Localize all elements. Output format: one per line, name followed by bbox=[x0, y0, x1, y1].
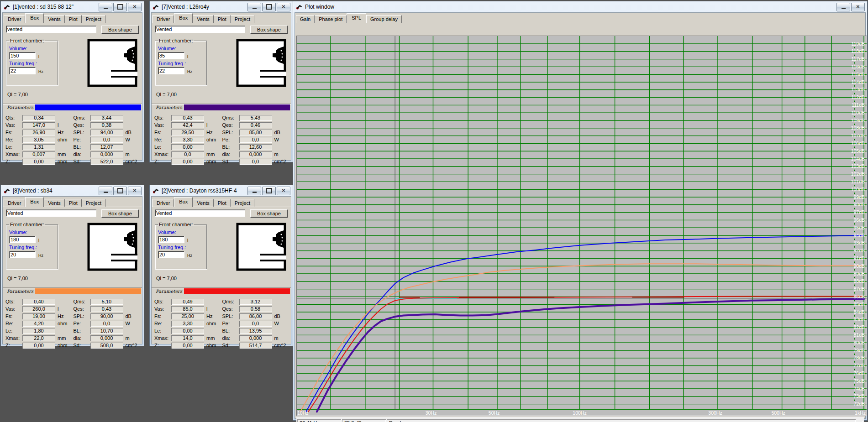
tab-project[interactable]: Project bbox=[231, 199, 254, 207]
volume-input[interactable]: 150 bbox=[9, 52, 36, 59]
param-value-field[interactable]: 0,0 bbox=[239, 321, 272, 327]
param-value-field[interactable]: 514,7 bbox=[239, 343, 272, 349]
param-value-field[interactable]: 5,10 bbox=[90, 299, 123, 305]
param-value-field[interactable]: 147,0 bbox=[22, 122, 55, 128]
param-value-field[interactable]: 42,4 bbox=[171, 122, 204, 128]
close-button[interactable]: ✕ bbox=[851, 3, 865, 11]
maximize-button[interactable] bbox=[113, 3, 127, 11]
param-value-field[interactable]: 3,12 bbox=[239, 299, 272, 305]
param-value-field[interactable]: 0,43 bbox=[90, 306, 123, 312]
close-button[interactable]: ✕ bbox=[277, 187, 290, 195]
minimize-button[interactable] bbox=[247, 187, 261, 195]
param-value-field[interactable]: 19,00 bbox=[22, 313, 55, 319]
box-shape-button[interactable]: Box shape bbox=[101, 209, 139, 218]
tab-plot[interactable]: Plot bbox=[214, 15, 231, 23]
close-button[interactable]: ✕ bbox=[277, 3, 290, 11]
minimize-button[interactable] bbox=[247, 3, 261, 11]
param-value-field[interactable]: 508,0 bbox=[90, 343, 123, 349]
param-value-field[interactable]: 0,007 bbox=[22, 151, 55, 157]
param-value-field[interactable]: 4,20 bbox=[22, 321, 55, 327]
tab-box[interactable]: Box bbox=[174, 13, 193, 23]
tab-plot[interactable]: Plot bbox=[65, 15, 82, 23]
tuning-freq-input[interactable]: 20 bbox=[9, 251, 36, 258]
param-value-field[interactable]: 12,60 bbox=[239, 144, 272, 150]
tab-box[interactable]: Box bbox=[25, 13, 44, 23]
tab-driver[interactable]: Driver bbox=[4, 199, 25, 207]
minimize-button[interactable] bbox=[836, 3, 850, 11]
param-value-field[interactable]: 86,00 bbox=[239, 313, 272, 319]
param-value-field[interactable]: 29,50 bbox=[171, 130, 204, 135]
box-type-input[interactable]: Vented bbox=[155, 209, 245, 217]
tuning-freq-input[interactable]: 22 bbox=[158, 67, 184, 74]
tuning-freq-input[interactable]: 22 bbox=[9, 67, 36, 74]
titlebar[interactable]: Plot window ✕ bbox=[293, 1, 867, 12]
param-value-field[interactable]: 0,0 bbox=[90, 137, 123, 143]
volume-input[interactable]: 180 bbox=[9, 236, 36, 243]
param-value-field[interactable]: 260,0 bbox=[22, 306, 55, 312]
tab-phase-plot[interactable]: Phase plot bbox=[315, 15, 347, 23]
maximize-button[interactable] bbox=[262, 187, 276, 195]
tab-box[interactable]: Box bbox=[25, 197, 44, 207]
param-value-field[interactable]: 0,38 bbox=[90, 122, 123, 128]
tab-driver[interactable]: Driver bbox=[153, 199, 174, 207]
param-value-field[interactable]: 0,000 bbox=[239, 151, 272, 157]
param-value-field[interactable]: 0,00 bbox=[171, 328, 204, 334]
tuning-freq-input[interactable]: 20 bbox=[158, 251, 184, 258]
titlebar[interactable]: [7]Vented : L26ro4y ✕ bbox=[150, 1, 293, 12]
titlebar[interactable]: [1]vented : sd 315 88 12" ✕ bbox=[1, 1, 144, 12]
tab-driver[interactable]: Driver bbox=[4, 15, 25, 23]
param-value-field[interactable]: 25,00 bbox=[171, 313, 204, 319]
box-type-input[interactable]: Vented bbox=[6, 209, 96, 217]
param-value-field[interactable]: 12,07 bbox=[90, 144, 123, 150]
param-value-field[interactable]: 0,58 bbox=[239, 306, 272, 312]
param-value-field[interactable]: 0,0 bbox=[239, 137, 272, 143]
tab-project[interactable]: Project bbox=[82, 199, 105, 207]
param-value-field[interactable]: 0,34 bbox=[22, 115, 55, 121]
param-value-field[interactable]: 26,90 bbox=[22, 130, 55, 135]
param-value-field[interactable]: 522,0 bbox=[90, 159, 123, 165]
param-value-field[interactable]: 5,43 bbox=[239, 115, 272, 121]
param-value-field[interactable]: 0,00 bbox=[22, 159, 55, 165]
tab-gain[interactable]: Gain bbox=[296, 15, 315, 23]
tab-project[interactable]: Project bbox=[82, 15, 105, 23]
tab-plot[interactable]: Plot bbox=[214, 199, 231, 207]
param-value-field[interactable]: 0,00 bbox=[171, 159, 204, 165]
tab-vents[interactable]: Vents bbox=[44, 15, 65, 23]
box-type-input[interactable]: Vented bbox=[155, 26, 245, 33]
param-value-field[interactable]: 94,00 bbox=[90, 130, 123, 135]
tab-box[interactable]: Box bbox=[174, 197, 193, 207]
tab-project[interactable]: Project bbox=[231, 15, 254, 23]
param-value-field[interactable]: 22,0 bbox=[22, 335, 55, 341]
param-value-field[interactable]: 0,00 bbox=[22, 343, 55, 349]
resize-grip[interactable] bbox=[857, 420, 863, 422]
param-value-field[interactable]: 10,70 bbox=[90, 328, 123, 334]
tab-driver[interactable]: Driver bbox=[153, 15, 174, 23]
maximize-button[interactable] bbox=[262, 3, 276, 11]
minimize-button[interactable] bbox=[99, 3, 112, 11]
box-shape-button[interactable]: Box shape bbox=[250, 209, 288, 218]
param-value-field[interactable]: 0,40 bbox=[22, 299, 55, 305]
tab-vents[interactable]: Vents bbox=[193, 199, 214, 207]
param-value-field[interactable]: 3,30 bbox=[171, 321, 204, 327]
close-button[interactable]: ✕ bbox=[128, 3, 142, 11]
param-value-field[interactable]: 0,49 bbox=[171, 299, 204, 305]
param-value-field[interactable]: 0,000 bbox=[239, 335, 272, 341]
box-type-input[interactable]: vented bbox=[6, 26, 96, 33]
tab-vents[interactable]: Vents bbox=[193, 15, 214, 23]
spl-plot-canvas[interactable]: 119dB118dB117dB116dB115dB114dB113dB112dB… bbox=[296, 36, 867, 416]
param-value-field[interactable]: 3,05 bbox=[22, 137, 55, 143]
param-value-field[interactable]: 85,80 bbox=[239, 130, 272, 135]
param-value-field[interactable]: 0,46 bbox=[239, 122, 272, 128]
param-value-field[interactable]: 3,44 bbox=[90, 115, 123, 121]
maximize-button[interactable] bbox=[113, 187, 127, 195]
close-button[interactable]: ✕ bbox=[128, 187, 142, 195]
param-value-field[interactable]: 1,31 bbox=[22, 144, 55, 150]
param-value-field[interactable]: 0,0 bbox=[171, 151, 204, 157]
tab-spl[interactable]: SPL bbox=[347, 13, 366, 23]
titlebar[interactable]: [8]Vented : sb34 ✕ bbox=[1, 185, 144, 196]
param-value-field[interactable]: 1,80 bbox=[22, 328, 55, 334]
minimize-button[interactable] bbox=[99, 187, 112, 195]
param-value-field[interactable]: 3,30 bbox=[171, 137, 204, 143]
tab-group-delay[interactable]: Group delay bbox=[366, 15, 402, 23]
param-value-field[interactable]: 0,0 bbox=[239, 159, 272, 165]
